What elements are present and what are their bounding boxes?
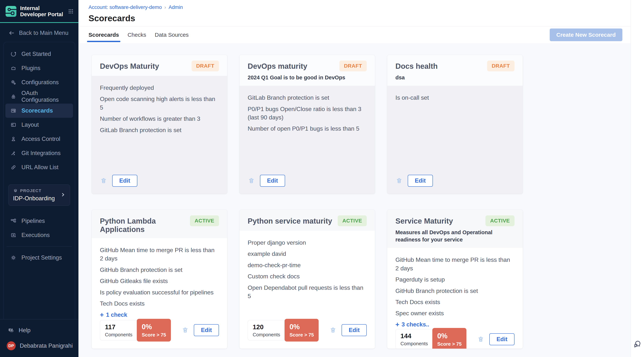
check-list: Proper django versionexample daviddemo-c… bbox=[248, 238, 367, 303]
status-badge: ACTIVE bbox=[486, 216, 514, 226]
components-value: 117 bbox=[105, 323, 132, 331]
create-new-scorecard-button[interactable]: Create New Scorecard bbox=[550, 28, 622, 41]
nav-divider bbox=[6, 246, 72, 246]
sidebar-item-oauth-configurations[interactable]: OAuth Configurations bbox=[6, 90, 73, 104]
trash-icon[interactable] bbox=[396, 177, 403, 184]
sidebar-item-label: OAuth Configurations bbox=[22, 90, 68, 103]
card-actions: Edit bbox=[182, 324, 219, 336]
check-item: P0/P1 bugs Open/Close ratio is less than… bbox=[248, 105, 367, 122]
components-stat: 120 Components bbox=[248, 320, 285, 340]
scorecard-card: DevOps Maturity DRAFT Frequently deploye… bbox=[92, 55, 227, 194]
trash-icon[interactable] bbox=[329, 326, 337, 334]
components-stat: 117 Components bbox=[100, 320, 137, 340]
stats-pill: 117 Components 0% Score > 75 bbox=[100, 319, 171, 342]
user-menu[interactable]: DP Debabrata Panigrahi bbox=[0, 338, 78, 357]
sidebar-item-plugins[interactable]: Plugins bbox=[6, 61, 73, 75]
trash-icon[interactable] bbox=[100, 177, 107, 184]
check-item: Is policy evaluation successful for pipe… bbox=[100, 288, 219, 297]
git-integrations-icon bbox=[10, 150, 16, 156]
executions-icon bbox=[10, 232, 16, 238]
check-list: Frequently deployedOpen code scanning hi… bbox=[100, 84, 219, 137]
check-item: GitLab Branch protection is set bbox=[100, 126, 219, 134]
edit-button[interactable]: Edit bbox=[408, 175, 433, 187]
right-utility-strip bbox=[630, 0, 644, 357]
components-stat: 144 Components bbox=[396, 329, 433, 348]
help-label: Help bbox=[19, 327, 30, 334]
card-actions: Edit bbox=[329, 324, 367, 336]
breadcrumb-account-link[interactable]: Account: software-delivery-demo bbox=[88, 4, 162, 10]
more-checks-link[interactable]: +3 checks.. bbox=[396, 321, 514, 328]
app-grid-icon[interactable] bbox=[68, 8, 74, 14]
check-item: Frequently deployed bbox=[100, 84, 219, 92]
sidebar-item-project-settings[interactable]: Project Settings bbox=[6, 250, 73, 265]
sidebar-item-label: Project Settings bbox=[22, 254, 62, 261]
sidebar-item-layout[interactable]: Layout bbox=[6, 118, 73, 132]
sidebar-item-git-integrations[interactable]: Git Integrations bbox=[6, 146, 73, 160]
card-footer: 117 Components 0% Score > 75 Edit bbox=[100, 319, 219, 342]
help-button[interactable]: ? Help bbox=[0, 319, 78, 338]
sidebar-item-label: Pipelines bbox=[22, 218, 45, 224]
edit-button[interactable]: Edit bbox=[194, 324, 219, 336]
app-logo-icon bbox=[6, 6, 16, 17]
tab-data-sources[interactable]: Data Sources bbox=[155, 26, 188, 43]
score-stat: 0% Score > 75 bbox=[137, 319, 171, 342]
sidebar-item-access-control[interactable]: Access Control bbox=[6, 132, 73, 146]
card-title: Python service maturity bbox=[248, 216, 332, 225]
pipelines-icon bbox=[10, 218, 16, 224]
scorecard-card: Docs health DRAFT dsa Is on-call set Edi… bbox=[387, 55, 523, 194]
svg-text:?: ? bbox=[9, 327, 12, 332]
trash-icon[interactable] bbox=[477, 336, 484, 343]
page-title: Scorecards bbox=[88, 13, 630, 26]
nav-secondary: Pipelines Executions bbox=[6, 214, 73, 242]
components-label: Components bbox=[105, 332, 132, 338]
card-header: Service Maturity ACTIVE Measures all Dev… bbox=[387, 210, 523, 248]
more-checks-link[interactable]: +1 check bbox=[100, 312, 219, 318]
check-item: demo-check-pr-time bbox=[248, 261, 367, 270]
card-footer: Edit bbox=[100, 175, 219, 187]
check-list: GitHub Mean time to merge PR is less tha… bbox=[100, 246, 219, 311]
card-header: Docs health DRAFT dsa bbox=[387, 55, 523, 86]
support-chat-icon[interactable] bbox=[633, 339, 642, 349]
sidebar-item-get-started[interactable]: Get Started bbox=[6, 47, 73, 61]
sidebar-item-pipelines[interactable]: Pipelines bbox=[6, 214, 73, 228]
breadcrumb-admin-link[interactable]: Admin bbox=[169, 4, 183, 10]
card-description: 2024 Q1 Goal is to be good in DevOps bbox=[248, 74, 360, 81]
check-item: Pagerduty is setup bbox=[396, 276, 514, 284]
check-item: Tech Docs exists bbox=[396, 298, 514, 306]
card-body: GitHub Mean time to merge PR is less tha… bbox=[92, 238, 227, 348]
trash-icon[interactable] bbox=[182, 326, 189, 334]
sidebar-item-url-allow-list[interactable]: URL Allow List bbox=[6, 160, 73, 174]
sidebar-item-scorecards[interactable]: Scorecards bbox=[6, 104, 73, 118]
sidebar-item-label: Access Control bbox=[22, 136, 60, 142]
sidebar-item-executions[interactable]: Executions bbox=[6, 228, 73, 242]
check-item: example david bbox=[248, 250, 367, 258]
score-stat: 0% Score > 75 bbox=[284, 319, 319, 342]
brand-header: Internal Developer Portal bbox=[0, 0, 78, 22]
sidebar-item-configurations[interactable]: Configurations bbox=[6, 75, 73, 90]
check-item: Open code scanning high alerts is less t… bbox=[100, 95, 219, 112]
back-to-main-menu[interactable]: Back to Main Menu bbox=[0, 23, 78, 42]
card-description: Measures all DevOps and Operational read… bbox=[396, 229, 507, 243]
edit-button[interactable]: Edit bbox=[260, 175, 285, 187]
trash-icon[interactable] bbox=[248, 177, 255, 184]
tab-checks[interactable]: Checks bbox=[128, 26, 146, 43]
check-item: Is on-call set bbox=[396, 94, 514, 102]
tab-scorecards[interactable]: Scorecards bbox=[88, 26, 119, 43]
card-body: GitLab Branch protection is setP0/P1 bug… bbox=[240, 86, 375, 194]
edit-button[interactable]: Edit bbox=[112, 175, 137, 187]
status-badge: ACTIVE bbox=[190, 216, 219, 226]
app-title: Internal Developer Portal bbox=[20, 5, 66, 18]
edit-button[interactable]: Edit bbox=[489, 333, 514, 345]
project-selector[interactable]: PROJECT IDP-Onboarding bbox=[8, 184, 70, 206]
stats-pill: 144 Components 0% Score > 75 bbox=[396, 328, 466, 348]
breadcrumb: Account: software-delivery-demo › Admin bbox=[88, 4, 630, 10]
check-item: GitLab Branch protection is set bbox=[248, 94, 367, 102]
score-label: Score > 75 bbox=[437, 341, 462, 347]
edit-button[interactable]: Edit bbox=[342, 324, 367, 336]
configurations-icon bbox=[10, 79, 16, 86]
card-header: Python service maturity ACTIVE bbox=[240, 210, 375, 231]
plus-icon: + bbox=[100, 312, 104, 318]
components-value: 120 bbox=[253, 323, 280, 331]
check-item: Number of open P0/P1 bugs is less than 5 bbox=[248, 124, 367, 133]
breadcrumb-separator: › bbox=[164, 4, 166, 10]
